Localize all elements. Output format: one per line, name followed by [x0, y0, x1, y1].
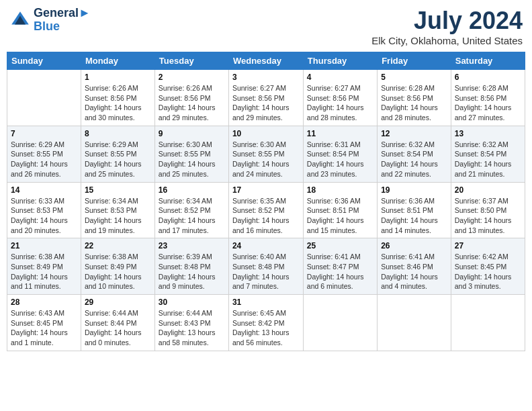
day-info: Sunrise: 6:38 AMSunset: 8:49 PMDaylight:… — [11, 252, 77, 291]
calendar-week-row: 1 Sunrise: 6:26 AMSunset: 8:56 PMDayligh… — [7, 70, 525, 126]
day-info: Sunrise: 6:31 AMSunset: 8:54 PMDaylight:… — [307, 140, 373, 179]
table-row — [451, 295, 525, 351]
day-number: 23 — [159, 241, 225, 250]
day-info: Sunrise: 6:37 AMSunset: 8:50 PMDaylight:… — [455, 196, 521, 236]
day-info: Sunrise: 6:36 AMSunset: 8:51 PMDaylight:… — [381, 196, 447, 236]
day-number: 4 — [307, 73, 373, 82]
day-info: Sunrise: 6:35 AMSunset: 8:52 PMDaylight:… — [232, 196, 300, 236]
day-number: 7 — [11, 129, 77, 138]
day-info: Sunrise: 6:32 AMSunset: 8:54 PMDaylight:… — [381, 140, 447, 179]
day-number: 6 — [455, 73, 521, 82]
calendar-week-row: 7 Sunrise: 6:29 AMSunset: 8:55 PMDayligh… — [7, 126, 525, 182]
day-info: Sunrise: 6:42 AMSunset: 8:45 PMDaylight:… — [455, 252, 521, 291]
table-row: 13 Sunrise: 6:32 AMSunset: 8:54 PMDaylig… — [451, 126, 525, 182]
day-number: 14 — [11, 185, 77, 195]
logo-icon — [9, 9, 31, 31]
table-row: 15 Sunrise: 6:34 AMSunset: 8:53 PMDaylig… — [81, 182, 154, 238]
table-row: 6 Sunrise: 6:28 AMSunset: 8:56 PMDayligh… — [451, 70, 525, 126]
day-number: 15 — [85, 185, 151, 195]
day-number: 5 — [381, 73, 447, 82]
table-row: 29 Sunrise: 6:44 AMSunset: 8:44 PMDaylig… — [81, 295, 154, 351]
day-number: 11 — [307, 129, 373, 138]
day-info: Sunrise: 6:29 AMSunset: 8:55 PMDaylight:… — [11, 140, 77, 179]
day-number: 10 — [232, 129, 300, 138]
col-monday: Monday — [81, 52, 154, 70]
day-info: Sunrise: 6:41 AMSunset: 8:46 PMDaylight:… — [381, 252, 447, 291]
calendar-week-row: 14 Sunrise: 6:33 AMSunset: 8:53 PMDaylig… — [7, 182, 525, 238]
calendar-header-row: Sunday Monday Tuesday Wednesday Thursday… — [7, 52, 525, 70]
col-saturday: Saturday — [451, 52, 525, 70]
page-header: General► Blue July 2024 Elk City, Oklaho… — [7, 7, 525, 46]
table-row — [378, 295, 451, 351]
day-info: Sunrise: 6:44 AMSunset: 8:43 PMDaylight:… — [159, 308, 225, 348]
day-number: 26 — [381, 241, 447, 250]
subtitle: Elk City, Oklahoma, United States — [371, 35, 523, 46]
table-row: 8 Sunrise: 6:29 AMSunset: 8:55 PMDayligh… — [81, 126, 154, 182]
day-info: Sunrise: 6:28 AMSunset: 8:56 PMDaylight:… — [381, 83, 447, 123]
table-row: 12 Sunrise: 6:32 AMSunset: 8:54 PMDaylig… — [378, 126, 451, 182]
day-number: 25 — [307, 241, 373, 250]
table-row: 17 Sunrise: 6:35 AMSunset: 8:52 PMDaylig… — [228, 182, 303, 238]
day-number: 19 — [381, 185, 447, 195]
table-row: 19 Sunrise: 6:36 AMSunset: 8:51 PMDaylig… — [378, 182, 451, 238]
calendar-week-row: 21 Sunrise: 6:38 AMSunset: 8:49 PMDaylig… — [7, 238, 525, 295]
table-row: 28 Sunrise: 6:43 AMSunset: 8:45 PMDaylig… — [7, 295, 81, 351]
logo: General► Blue — [9, 7, 91, 34]
day-number: 30 — [159, 298, 225, 307]
day-number: 8 — [85, 129, 151, 138]
day-info: Sunrise: 6:41 AMSunset: 8:47 PMDaylight:… — [307, 252, 373, 291]
day-info: Sunrise: 6:28 AMSunset: 8:56 PMDaylight:… — [455, 83, 521, 123]
col-tuesday: Tuesday — [154, 52, 228, 70]
table-row: 9 Sunrise: 6:30 AMSunset: 8:55 PMDayligh… — [154, 126, 228, 182]
table-row: 21 Sunrise: 6:38 AMSunset: 8:49 PMDaylig… — [7, 238, 81, 295]
table-row: 14 Sunrise: 6:33 AMSunset: 8:53 PMDaylig… — [7, 182, 81, 238]
table-row: 2 Sunrise: 6:26 AMSunset: 8:56 PMDayligh… — [154, 70, 228, 126]
main-title: July 2024 — [371, 7, 523, 35]
day-number: 22 — [85, 241, 151, 250]
day-info: Sunrise: 6:38 AMSunset: 8:49 PMDaylight:… — [85, 252, 151, 291]
day-number: 24 — [232, 241, 300, 250]
table-row: 10 Sunrise: 6:30 AMSunset: 8:55 PMDaylig… — [228, 126, 303, 182]
table-row: 5 Sunrise: 6:28 AMSunset: 8:56 PMDayligh… — [378, 70, 451, 126]
day-info: Sunrise: 6:29 AMSunset: 8:55 PMDaylight:… — [85, 140, 151, 179]
day-info: Sunrise: 6:27 AMSunset: 8:56 PMDaylight:… — [232, 83, 300, 123]
day-info: Sunrise: 6:45 AMSunset: 8:42 PMDaylight:… — [232, 308, 300, 348]
table-row: 1 Sunrise: 6:26 AMSunset: 8:56 PMDayligh… — [81, 70, 154, 126]
table-row: 26 Sunrise: 6:41 AMSunset: 8:46 PMDaylig… — [378, 238, 451, 295]
table-row: 24 Sunrise: 6:40 AMSunset: 8:48 PMDaylig… — [228, 238, 303, 295]
day-number: 2 — [159, 73, 225, 82]
day-number: 29 — [85, 298, 151, 307]
day-number: 31 — [232, 298, 300, 307]
title-block: July 2024 Elk City, Oklahoma, United Sta… — [371, 7, 523, 46]
day-number: 3 — [232, 73, 300, 82]
col-sunday: Sunday — [7, 52, 81, 70]
day-number: 16 — [159, 185, 225, 195]
col-wednesday: Wednesday — [228, 52, 303, 70]
day-info: Sunrise: 6:40 AMSunset: 8:48 PMDaylight:… — [232, 252, 300, 291]
col-friday: Friday — [378, 52, 451, 70]
day-info: Sunrise: 6:39 AMSunset: 8:48 PMDaylight:… — [159, 252, 225, 291]
table-row: 18 Sunrise: 6:36 AMSunset: 8:51 PMDaylig… — [303, 182, 377, 238]
logo-text: General► Blue — [34, 7, 91, 34]
table-row: 20 Sunrise: 6:37 AMSunset: 8:50 PMDaylig… — [451, 182, 525, 238]
day-number: 21 — [11, 241, 77, 250]
day-number: 12 — [381, 129, 447, 138]
day-info: Sunrise: 6:26 AMSunset: 8:56 PMDaylight:… — [85, 83, 151, 123]
col-thursday: Thursday — [303, 52, 377, 70]
day-info: Sunrise: 6:34 AMSunset: 8:53 PMDaylight:… — [85, 196, 151, 236]
table-row: 27 Sunrise: 6:42 AMSunset: 8:45 PMDaylig… — [451, 238, 525, 295]
day-info: Sunrise: 6:27 AMSunset: 8:56 PMDaylight:… — [307, 83, 373, 123]
day-number: 20 — [455, 185, 521, 195]
table-row — [303, 295, 377, 351]
day-number: 17 — [232, 185, 300, 195]
day-info: Sunrise: 6:32 AMSunset: 8:54 PMDaylight:… — [455, 140, 521, 179]
table-row: 25 Sunrise: 6:41 AMSunset: 8:47 PMDaylig… — [303, 238, 377, 295]
table-row: 16 Sunrise: 6:34 AMSunset: 8:52 PMDaylig… — [154, 182, 228, 238]
day-info: Sunrise: 6:26 AMSunset: 8:56 PMDaylight:… — [159, 83, 225, 123]
day-info: Sunrise: 6:44 AMSunset: 8:44 PMDaylight:… — [85, 308, 151, 348]
table-row: 30 Sunrise: 6:44 AMSunset: 8:43 PMDaylig… — [154, 295, 228, 351]
table-row: 3 Sunrise: 6:27 AMSunset: 8:56 PMDayligh… — [228, 70, 303, 126]
table-row: 31 Sunrise: 6:45 AMSunset: 8:42 PMDaylig… — [228, 295, 303, 351]
day-number: 13 — [455, 129, 521, 138]
table-row: 11 Sunrise: 6:31 AMSunset: 8:54 PMDaylig… — [303, 126, 377, 182]
